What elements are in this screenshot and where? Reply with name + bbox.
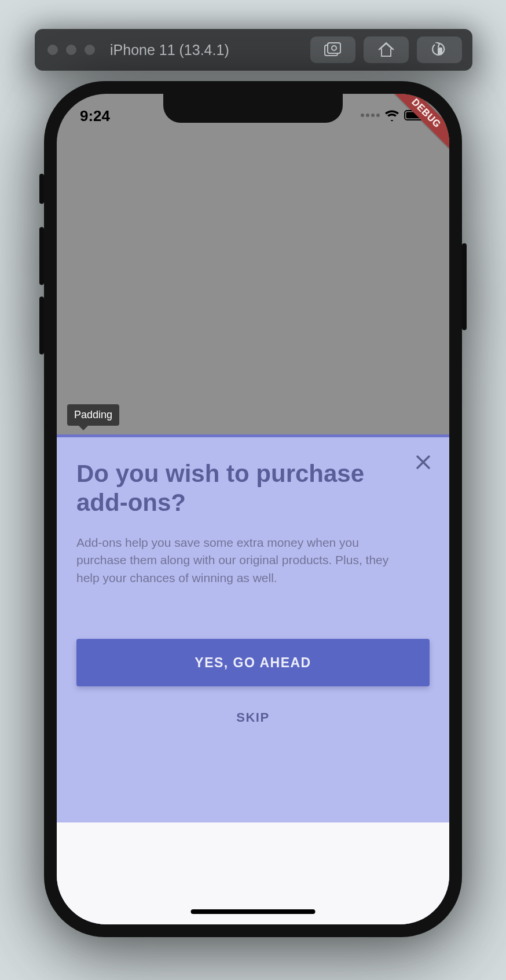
home-button[interactable]	[364, 36, 409, 63]
svg-rect-1	[328, 43, 340, 53]
window-zoom-dot[interactable]	[85, 45, 95, 55]
phone-screen: 9:24	[57, 94, 449, 924]
primary-button[interactable]: YES, GO AHEAD	[76, 639, 430, 686]
dialog-title: Do you wish to purchase add-ons?	[76, 459, 377, 518]
close-icon	[415, 454, 432, 471]
bottom-sheet: Do you wish to purchase add-ons? Add-ons…	[57, 434, 449, 924]
home-indicator[interactable]	[191, 909, 316, 914]
window-close-dot[interactable]	[47, 45, 58, 55]
phone-volume-up	[39, 227, 44, 285]
window-traffic-lights[interactable]	[47, 45, 95, 55]
wifi-icon	[384, 109, 399, 121]
cellular-signal-icon	[361, 114, 380, 117]
rotate-button[interactable]	[417, 36, 462, 63]
simulator-titlebar: iPhone 11 (13.4.1)	[35, 29, 472, 71]
home-icon	[377, 42, 395, 57]
window-minimize-dot[interactable]	[66, 45, 76, 55]
svg-rect-3	[438, 47, 442, 54]
close-button[interactable]	[415, 454, 432, 473]
phone-silent-switch	[39, 174, 44, 204]
phone-frame: 9:24	[44, 81, 462, 937]
screenshot-button[interactable]	[310, 36, 355, 63]
skip-button[interactable]: SKIP	[76, 703, 430, 733]
inspector-tooltip: Padding	[67, 404, 119, 426]
phone-power-button	[462, 243, 467, 330]
phone-volume-down	[39, 297, 44, 354]
window-title: iPhone 11 (13.4.1)	[110, 42, 310, 58]
status-time: 9:24	[80, 107, 110, 125]
screenshot-icon	[324, 42, 342, 57]
toolbar-button-group	[310, 36, 462, 63]
phone-notch	[163, 94, 343, 123]
dialog-body: Add-ons help you save some extra money w…	[76, 534, 406, 587]
rotate-icon	[431, 42, 448, 57]
